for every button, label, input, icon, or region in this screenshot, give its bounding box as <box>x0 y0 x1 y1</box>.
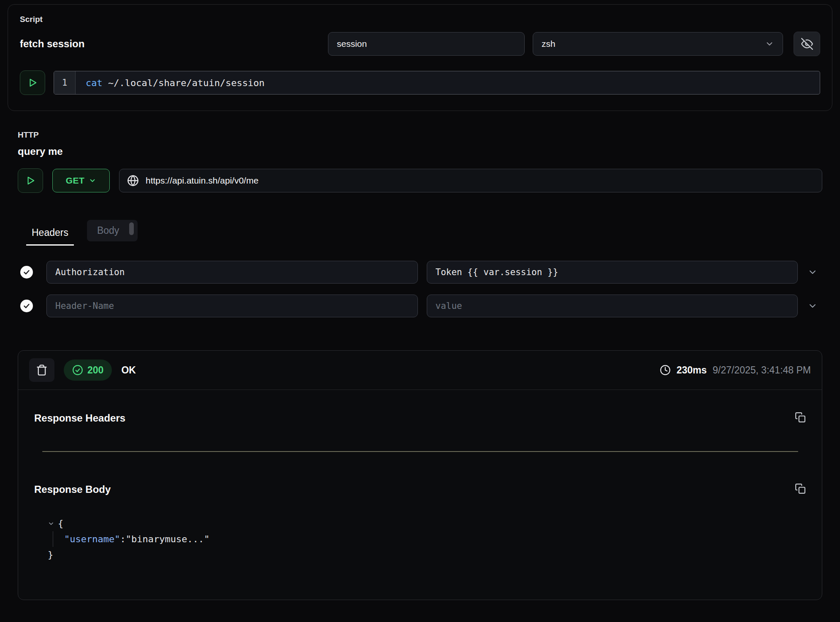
code-editor[interactable]: 1 cat ~/.local/share/atuin/session <box>54 71 820 95</box>
header-value-input[interactable] <box>427 261 798 284</box>
header-row-expand-button[interactable] <box>803 295 822 317</box>
line-number: 1 <box>54 71 76 94</box>
globe-icon <box>127 175 139 187</box>
json-open-brace: { <box>58 516 63 531</box>
json-colon: : <box>120 534 125 544</box>
code-rest: ~/.local/share/atuin/session <box>103 78 265 88</box>
run-request-button[interactable] <box>18 168 43 193</box>
response-body-title: Response Body <box>34 484 111 495</box>
json-root-line: { <box>48 516 822 531</box>
delete-response-button[interactable] <box>29 358 54 382</box>
interpreter-select-value: zsh <box>542 39 555 49</box>
check-icon <box>22 268 31 276</box>
chevron-down-icon <box>807 267 818 277</box>
header-enabled-checkbox[interactable] <box>20 266 33 279</box>
header-row <box>18 295 822 317</box>
chevron-down-icon <box>807 301 818 311</box>
header-key-input[interactable] <box>46 295 418 317</box>
script-block-type-label: Script <box>20 15 820 24</box>
json-property-line: "username":"binarymuse..." <box>53 531 822 547</box>
http-block: HTTP query me GET Headers Bod <box>8 130 832 600</box>
eye-off-icon <box>801 38 813 50</box>
header-row-expand-button[interactable] <box>803 261 822 284</box>
script-block-title: fetch session <box>20 38 84 50</box>
request-tabs: Headers Body <box>26 220 822 246</box>
check-icon <box>22 302 31 310</box>
response-headers-title: Response Headers <box>34 412 125 424</box>
json-value: "binarymuse..." <box>126 534 210 544</box>
copy-icon <box>795 483 806 494</box>
clock-icon <box>660 365 671 376</box>
status-text: OK <box>121 365 136 376</box>
response-duration: 230ms <box>677 365 707 376</box>
check-circle-icon <box>72 365 83 376</box>
chevron-down-icon <box>765 39 774 49</box>
header-key-input[interactable] <box>46 261 418 284</box>
play-icon <box>25 175 36 186</box>
response-json-viewer: { "username":"binarymuse..." } <box>48 516 822 563</box>
http-controls-row: GET <box>18 168 822 193</box>
json-close-brace: } <box>48 549 53 560</box>
interpreter-select[interactable]: zsh <box>533 32 783 56</box>
tab-headers[interactable]: Headers <box>26 227 74 246</box>
caret-down-icon[interactable] <box>48 520 54 527</box>
copy-headers-button[interactable] <box>795 412 806 424</box>
hide-output-button[interactable] <box>794 32 820 56</box>
copy-icon <box>795 412 806 423</box>
response-header: 200 OK 230ms 9/27/2025, 3:41:48 PM <box>18 351 822 389</box>
play-icon <box>27 77 38 88</box>
header-enabled-checkbox[interactable] <box>20 300 33 312</box>
json-close-line: } <box>48 547 822 563</box>
output-variable-input[interactable] <box>328 32 525 56</box>
response-body-section: Response Body <box>18 452 822 495</box>
script-editor-row: 1 cat ~/.local/share/atuin/session <box>20 70 820 95</box>
http-block-type-label: HTTP <box>18 130 822 140</box>
copy-body-button[interactable] <box>795 483 806 495</box>
code-keyword: cat <box>86 78 103 88</box>
method-select-value: GET <box>66 176 85 186</box>
response-timestamp: 9/27/2025, 3:41:48 PM <box>713 365 811 376</box>
json-key: "username" <box>64 534 120 544</box>
header-row <box>18 261 822 284</box>
response-headers-section: Response Headers <box>18 390 822 424</box>
tab-body-label: Body <box>97 225 119 236</box>
scrollbar-thumb[interactable] <box>129 222 134 235</box>
status-code: 200 <box>87 365 103 376</box>
http-block-title: query me <box>18 146 822 157</box>
response-meta: 230ms 9/27/2025, 3:41:48 PM <box>660 365 811 376</box>
url-input[interactable] <box>145 175 814 186</box>
header-rows <box>18 261 822 317</box>
url-field[interactable] <box>119 169 822 192</box>
tab-body[interactable]: Body <box>87 220 138 241</box>
status-badge: 200 <box>64 360 112 381</box>
response-panel: 200 OK 230ms 9/27/2025, 3:41:48 PM Respo… <box>18 350 822 600</box>
trash-icon <box>36 364 48 376</box>
run-script-button[interactable] <box>20 70 45 95</box>
code-line: cat ~/.local/share/atuin/session <box>76 71 265 94</box>
chevron-down-icon <box>89 177 96 184</box>
header-value-input[interactable] <box>427 295 798 317</box>
method-select[interactable]: GET <box>52 169 110 192</box>
script-block-header: fetch session zsh <box>20 32 820 56</box>
script-block: Script fetch session zsh <box>8 4 832 111</box>
